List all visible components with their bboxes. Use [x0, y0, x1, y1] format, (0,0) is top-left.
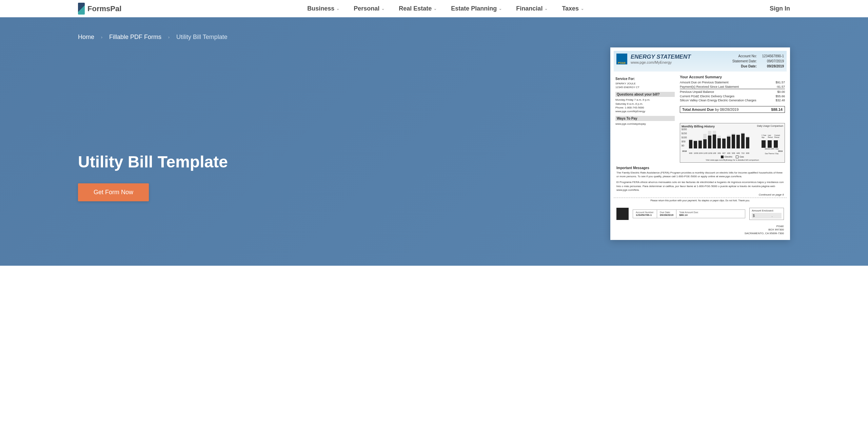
chevron-down-icon: ⌄: [499, 6, 502, 11]
chevron-down-icon: ⌄: [434, 6, 437, 11]
amount-enclosed-box: Amount Enclosed: $ .: [749, 208, 784, 220]
important-messages: Important Messages The Family Electric R…: [614, 166, 787, 192]
nav-personal[interactable]: Personal⌄: [354, 5, 384, 12]
breadcrumb-fillable[interactable]: Fillable PDF Forms: [109, 34, 161, 41]
breadcrumb-current: Utility Bill Template: [176, 34, 228, 41]
payment-stub: Account Number:123456789-1 Due Date:09/2…: [614, 203, 787, 225]
service-addr: 12345 ENERGY CT: [615, 85, 675, 89]
billing-history-chart: Monthly Billing HistoryDaily Usage Compa…: [680, 123, 785, 163]
nav-financial[interactable]: Financial⌄: [516, 5, 548, 12]
nav-business[interactable]: Business⌄: [307, 5, 339, 12]
site-header: FormsPal Business⌄ Personal⌄ Real Estate…: [0, 0, 868, 17]
chevron-right-icon: ›: [101, 35, 102, 40]
page-title: Utility Bill Template: [78, 153, 590, 171]
summary-heading: Your Account Summary: [680, 75, 785, 79]
remit-address: PG&E BOX 997300 SACRAMENTO, CA 95899-730…: [614, 225, 787, 237]
service-name: SPARKY JOULE: [615, 82, 675, 85]
nav-estate-planning[interactable]: Estate Planning⌄: [451, 5, 502, 12]
signin-link[interactable]: Sign In: [770, 5, 790, 12]
get-form-button[interactable]: Get Form Now: [78, 183, 149, 201]
chevron-right-icon: ›: [168, 35, 170, 40]
questions-label: Questions about your bill?: [615, 92, 675, 97]
hero-section: Home › Fillable PDF Forms › Utility Bill…: [0, 17, 868, 266]
chevron-down-icon: ⌄: [545, 6, 548, 11]
summary-row: Current PG&E Electric Delivery Charges$5…: [680, 94, 785, 99]
service-for-label: Service For:: [615, 77, 675, 81]
chevron-down-icon: ⌄: [581, 6, 584, 11]
summary-row: Silicon Valley Clean Energy Electric Gen…: [680, 98, 785, 103]
pge-logo-icon: [616, 208, 629, 220]
total-due-box: Total Amount Due by 08/28/2019 $88.14: [680, 106, 785, 113]
chevron-down-icon: ⌄: [381, 6, 384, 11]
breadcrumb-home[interactable]: Home: [78, 34, 94, 41]
nav-real-estate[interactable]: Real Estate⌄: [399, 5, 437, 12]
brand-name: FormsPal: [87, 4, 121, 13]
main-nav: Business⌄ Personal⌄ Real Estate⌄ Estate …: [307, 5, 584, 12]
logo-icon: [78, 3, 85, 15]
questions-body: Monday-Friday 7 a.m.-9 p.m. Saturday 8 a…: [615, 98, 675, 113]
pge-logo-icon: PG&E: [616, 54, 627, 64]
doc-title: ENERGY STATEMENT: [631, 54, 718, 60]
summary-row: Amount Due on Previous Statement$91.57: [680, 80, 785, 85]
summary-row: Payment(s) Received Since Last Statement…: [680, 85, 785, 89]
nav-taxes[interactable]: Taxes⌄: [562, 5, 584, 12]
doc-url: www.pge.com/MyEnergy: [631, 60, 718, 64]
continued-text: Continued on page 6: [614, 192, 787, 198]
chevron-down-icon: ⌄: [336, 6, 339, 11]
doc-meta: Account No:1234567890-1 Statement Date:0…: [721, 54, 784, 69]
document-preview: PG&E ENERGY STATEMENT www.pge.com/MyEner…: [610, 47, 790, 240]
doc-header: PG&E ENERGY STATEMENT www.pge.com/MyEner…: [614, 51, 787, 72]
perforation-text: Please return this portion with your pay…: [614, 198, 787, 203]
ways-body: www.pge.com/waystopay: [615, 122, 675, 126]
summary-row: Previous Unpaid Balance$0.00: [680, 89, 785, 94]
ways-label: Ways To Pay: [615, 116, 675, 121]
brand-logo[interactable]: FormsPal: [78, 3, 121, 15]
breadcrumb: Home › Fillable PDF Forms › Utility Bill…: [78, 34, 790, 41]
